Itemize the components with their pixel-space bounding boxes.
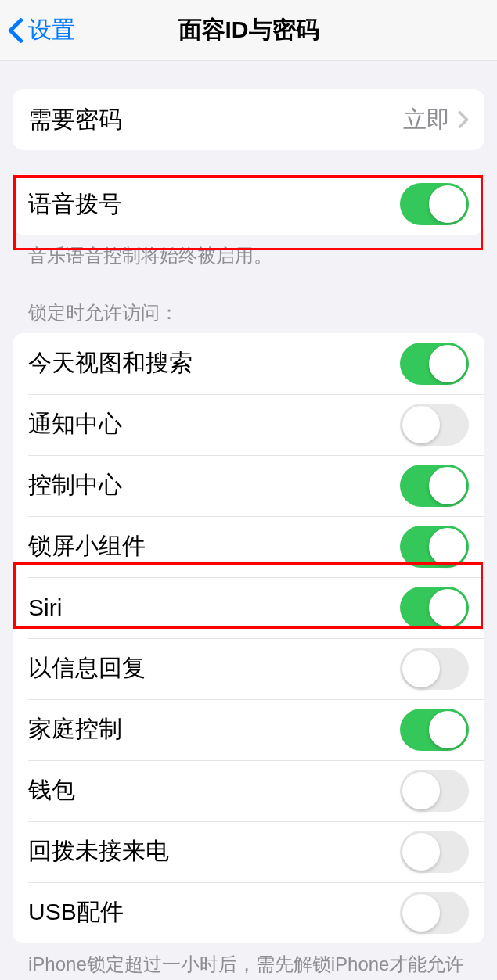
lock-item-toggle[interactable] bbox=[400, 343, 469, 385]
lock-item-label: 通知中心 bbox=[28, 408, 400, 440]
lock-item-label: 控制中心 bbox=[28, 469, 400, 501]
voice-dial-footer: 音乐语音控制将始终被启用。 bbox=[13, 235, 484, 269]
lock-item-label: 家庭控制 bbox=[28, 713, 400, 745]
lock-item-toggle[interactable] bbox=[400, 404, 469, 446]
row-lock-item: 通知中心 bbox=[13, 394, 484, 455]
row-lock-item: 锁屏小组件 bbox=[13, 516, 484, 577]
back-button[interactable]: 设置 bbox=[8, 14, 75, 46]
voice-dial-label: 语音拨号 bbox=[28, 188, 400, 221]
page-title: 面容ID与密码 bbox=[13, 14, 484, 46]
back-label: 设置 bbox=[28, 14, 75, 46]
lock-item-label: 锁屏小组件 bbox=[28, 530, 400, 562]
row-lock-item: 家庭控制 bbox=[13, 699, 484, 760]
row-lock-item: USB配件 bbox=[13, 882, 484, 943]
row-lock-item: 以信息回复 bbox=[13, 638, 484, 699]
nav-header: 设置 面容ID与密码 bbox=[0, 0, 497, 61]
row-voice-dial: 语音拨号 bbox=[13, 174, 484, 235]
lock-item-label: 今天视图和搜索 bbox=[28, 347, 400, 379]
section-lock-access: 今天视图和搜索通知中心控制中心锁屏小组件Siri以信息回复家庭控制钱包回拨未接来… bbox=[13, 333, 484, 943]
lock-item-label: USB配件 bbox=[28, 896, 400, 928]
chevron-right-icon bbox=[458, 110, 469, 129]
row-lock-item: 回拨未接来电 bbox=[13, 821, 484, 882]
lock-section-footer: iPhone锁定超过一小时后，需先解锁iPhone才能允许USB配件连接。 bbox=[13, 943, 484, 980]
lock-item-label: 回拨未接来电 bbox=[28, 835, 400, 867]
lock-item-toggle[interactable] bbox=[400, 526, 469, 568]
row-lock-item: 钱包 bbox=[13, 760, 484, 821]
section-voice-dial: 语音拨号 bbox=[13, 174, 484, 235]
require-passcode-label: 需要密码 bbox=[28, 104, 403, 136]
lock-item-toggle[interactable] bbox=[400, 587, 469, 629]
row-lock-item: 今天视图和搜索 bbox=[13, 333, 484, 394]
lock-item-label: 以信息回复 bbox=[28, 652, 400, 684]
lock-item-toggle[interactable] bbox=[400, 709, 469, 751]
voice-dial-toggle[interactable] bbox=[400, 183, 469, 225]
require-passcode-value: 立即 bbox=[403, 104, 450, 136]
lock-item-label: 钱包 bbox=[28, 774, 400, 806]
section-require-passcode: 需要密码 立即 bbox=[13, 89, 484, 150]
row-lock-item: Siri bbox=[13, 577, 484, 638]
lock-section-header: 锁定时允许访问： bbox=[13, 269, 484, 333]
lock-item-toggle[interactable] bbox=[400, 648, 469, 690]
row-lock-item: 控制中心 bbox=[13, 455, 484, 516]
lock-item-toggle[interactable] bbox=[400, 831, 469, 873]
lock-item-toggle[interactable] bbox=[400, 892, 469, 934]
lock-item-toggle[interactable] bbox=[400, 465, 469, 507]
lock-item-toggle[interactable] bbox=[400, 770, 469, 812]
chevron-left-icon bbox=[8, 17, 23, 44]
lock-item-label: Siri bbox=[28, 594, 400, 621]
row-require-passcode[interactable]: 需要密码 立即 bbox=[13, 89, 484, 150]
